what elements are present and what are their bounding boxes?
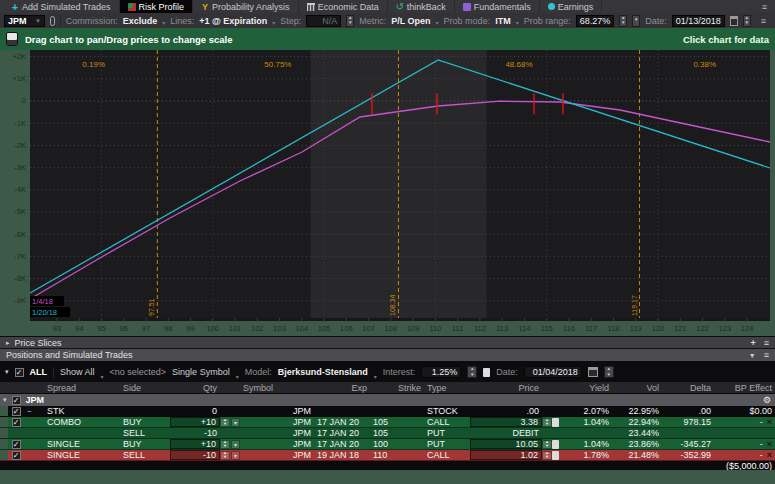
spread-cell[interactable]: COMBO — [44, 417, 120, 427]
qty-cell[interactable]: 0 — [170, 406, 220, 416]
prob-range-stepper[interactable]: ▲▼ — [619, 15, 627, 27]
price-slices-menu-icon[interactable]: ≡ — [764, 338, 769, 348]
prob-range-input[interactable]: 68.27% — [576, 15, 615, 27]
type-cell[interactable]: CALL — [424, 417, 470, 427]
exp-cell[interactable] — [314, 406, 370, 416]
col-header-type[interactable]: Type — [424, 382, 470, 393]
col-header-bp-effect[interactable]: BP Effect — [714, 382, 775, 393]
filter-icon[interactable]: ▼ — [749, 352, 756, 359]
add-slice-icon[interactable]: + — [750, 338, 755, 348]
price-cell[interactable]: 10.05 — [470, 439, 542, 449]
qty-cell[interactable]: -10 — [170, 428, 220, 438]
strike-cell[interactable]: 105 — [370, 428, 424, 438]
price-cell[interactable]: DEBIT — [470, 428, 542, 438]
side-cell[interactable]: BUY — [120, 439, 170, 449]
position-row[interactable]: ✓SINGLEBUY+10▲▼▾JPM17 JAN 20100PUT10.05▲… — [0, 439, 775, 450]
position-row[interactable]: ✓SINGLESELL-10▲▼▾JPM19 JAN 18110CALL1.02… — [0, 450, 775, 461]
value-stepper[interactable]: ▲▼ — [542, 418, 552, 427]
strike-cell[interactable]: 100 — [370, 439, 424, 449]
prob-mode-value[interactable]: ITM — [495, 16, 511, 26]
delete-row-icon[interactable]: × — [767, 450, 772, 460]
qty-dropdown-icon[interactable]: ▾ — [231, 418, 240, 427]
collapse-icon[interactable]: ▾ — [3, 396, 7, 404]
single-symbol-dropdown[interactable]: Single Symbol — [172, 367, 230, 377]
row-checkbox[interactable]: ✓ — [12, 396, 21, 405]
row-grip[interactable] — [0, 439, 8, 449]
gear-icon[interactable]: ⚙ — [763, 395, 775, 405]
step-input[interactable]: N/A — [306, 15, 341, 27]
qty-cell[interactable]: -10 — [170, 450, 220, 460]
qty-dropdown-icon[interactable]: ▾ — [231, 451, 240, 460]
exp-cell[interactable]: 19 JAN 18 — [314, 450, 370, 460]
calendar-icon[interactable] — [730, 16, 738, 26]
tab-thinkback[interactable]: thinkBack — [388, 0, 455, 13]
row-grip[interactable] — [0, 428, 8, 438]
tab-earnings[interactable]: Earnings — [540, 0, 603, 13]
all-checkbox[interactable]: ✓ — [15, 368, 24, 377]
type-cell[interactable]: CALL — [424, 450, 470, 460]
chart-settings-icon[interactable] — [6, 32, 18, 46]
date-input[interactable]: 01/13/2018 — [672, 15, 725, 27]
price-slices-section[interactable]: ▸ Price Slices +≡ — [0, 336, 775, 349]
prob-range-dropdown[interactable]: ▼ — [632, 15, 640, 27]
collapse-icon[interactable]: ▾ — [5, 368, 9, 376]
position-row[interactable]: ✓COMBOBUY+10▲▼▾JPM17 JAN 20105CALL3.38▲▼… — [0, 417, 775, 428]
interest-stepper[interactable]: ▲▼ — [467, 366, 477, 378]
side-cell[interactable] — [120, 406, 170, 416]
pos-date-stepper[interactable]: ▲▼ — [604, 366, 614, 378]
tab-add-simulated-trades[interactable]: Add Simulated Trades — [3, 0, 120, 13]
spread-cell[interactable]: SINGLE — [44, 439, 120, 449]
col-header-qty[interactable]: Qty — [170, 382, 220, 393]
lock-icon[interactable] — [483, 368, 490, 377]
risk-profile-chart[interactable]: 97.51108.34119.170.19%50.75%48.68%0.38%9… — [0, 50, 775, 336]
step-stepper[interactable]: ▲▼ — [346, 15, 354, 27]
commission-value[interactable]: Exclude — [123, 16, 158, 26]
tab-fundamentals[interactable]: Fundamentals — [455, 0, 540, 13]
positions-section-header[interactable]: Positions and Simulated Trades ▼≡ — [0, 349, 775, 362]
row-checkbox[interactable]: ✓ — [12, 418, 21, 427]
value-stepper[interactable]: ▲▼ — [220, 418, 230, 427]
col-header-exp[interactable]: Exp — [314, 382, 370, 393]
lines-value[interactable]: +1 @ Expiration — [199, 16, 267, 26]
date-stepper[interactable]: ▲▼ — [743, 15, 751, 27]
col-header-strike[interactable]: Strike — [370, 382, 424, 393]
tab-economic-data[interactable]: Economic Data — [299, 0, 388, 13]
col-header-yield[interactable]: Yield — [566, 382, 612, 393]
expand-right-icon[interactable]: ▸ — [6, 339, 10, 347]
type-cell[interactable]: PUT — [424, 428, 470, 438]
col-header-spread[interactable]: Spread — [44, 382, 120, 393]
interest-input[interactable]: 1.25% — [421, 366, 461, 378]
value-stepper[interactable]: ▲▼ — [542, 440, 552, 449]
link-color-icon[interactable] — [50, 16, 55, 26]
model-value[interactable]: Bjerksund-Stensland — [278, 367, 368, 377]
type-cell[interactable]: PUT — [424, 439, 470, 449]
spread-cell[interactable]: SINGLE — [44, 450, 120, 460]
lock-icon[interactable] — [552, 440, 559, 449]
symbol-group-row[interactable]: ▾✓JPM⚙ — [0, 394, 775, 406]
col-header-symbol[interactable]: Symbol — [240, 382, 314, 393]
pos-date-input[interactable]: 01/04/2018 — [524, 366, 582, 378]
lock-icon[interactable] — [552, 418, 559, 427]
tabbar-menu-icon[interactable]: ≡ — [757, 2, 772, 12]
row-checkbox[interactable]: ✓ — [12, 440, 21, 449]
col-header-price[interactable]: Price — [470, 382, 542, 393]
metric-value[interactable]: P/L Open — [391, 16, 430, 26]
qty-cell[interactable]: +10 — [170, 417, 220, 427]
value-stepper[interactable]: ▲▼ — [542, 451, 552, 460]
position-row[interactable]: SELL-10JPM17 JAN 20105PUTDEBIT23.44% — [0, 428, 775, 439]
spread-cell[interactable]: STK — [44, 406, 120, 416]
lock-icon[interactable] — [552, 451, 559, 460]
value-stepper[interactable]: ▲▼ — [220, 451, 230, 460]
side-cell[interactable]: SELL — [120, 428, 170, 438]
price-cell[interactable]: .00 — [470, 406, 542, 416]
exp-cell[interactable]: 17 JAN 20 — [314, 428, 370, 438]
spread-cell[interactable] — [44, 428, 120, 438]
tab-risk-profile[interactable]: Risk Profile — [120, 0, 194, 13]
strike-cell[interactable]: 110 — [370, 450, 424, 460]
calendar-icon[interactable] — [588, 367, 598, 377]
side-cell[interactable]: BUY — [120, 417, 170, 427]
type-cell[interactable]: STOCK — [424, 406, 470, 416]
row-grip[interactable] — [0, 406, 8, 416]
strike-cell[interactable] — [370, 406, 424, 416]
strike-cell[interactable]: 105 — [370, 417, 424, 427]
